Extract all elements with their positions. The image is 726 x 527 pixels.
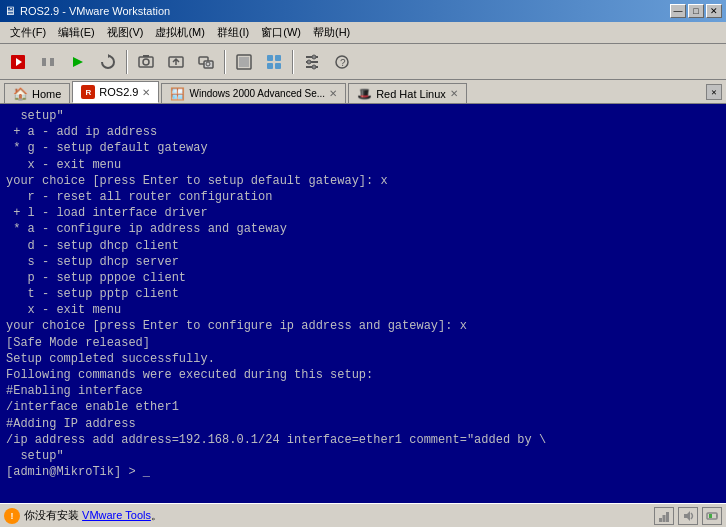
sound-status-icon [678,507,698,525]
maximize-button[interactable]: □ [688,4,704,18]
tab-home[interactable]: 🏠 Home [4,83,70,103]
terminal-line: [admin@MikroTik] > _ [6,464,720,480]
tab-redhat-label: Red Hat Linux [376,88,446,100]
terminal-line: setup" [6,448,720,464]
terminal-line: x - exit menu [6,302,720,318]
svg-point-7 [143,59,149,65]
terminal-area[interactable]: setup" + a - add ip address * g - setup … [0,104,726,503]
svg-text:?: ? [340,58,346,69]
home-icon: 🏠 [13,87,28,101]
terminal-line: /ip address add address=192.168.0.1/24 i… [6,432,720,448]
svg-rect-27 [659,518,662,522]
svg-rect-8 [143,55,149,57]
menu-window[interactable]: 窗口(W) [255,23,307,42]
status-right-icons [654,507,722,525]
svg-marker-30 [684,511,690,521]
menu-edit[interactable]: 编辑(E) [52,23,101,42]
title-bar-left: 🖥 ROS2.9 - VMware Workstation [4,4,170,18]
svg-rect-15 [267,55,273,61]
snapshot-button[interactable] [132,48,160,76]
menu-file[interactable]: 文件(F) [4,23,52,42]
menu-bar: 文件(F) 编辑(E) 视图(V) 虚拟机(M) 群组(I) 窗口(W) 帮助(… [0,22,726,44]
full-screen-button[interactable] [230,48,258,76]
toolbar-separator-2 [224,50,226,74]
network-status-icon [654,507,674,525]
terminal-line: setup" [6,108,720,124]
terminal-line: t - setup pptp client [6,286,720,302]
svg-rect-16 [275,55,281,61]
vmware-tools-link[interactable]: VMware Tools [82,509,151,521]
title-bar: 🖥 ROS2.9 - VMware Workstation — □ ✕ [0,0,726,22]
toolbar-separator-3 [292,50,294,74]
terminal-line: x - exit menu [6,157,720,173]
tab-bar-close-button[interactable]: ✕ [706,84,722,100]
terminal-line: s - setup dhcp server [6,254,720,270]
terminal-line: * a - configure ip address and gateway [6,221,720,237]
ros-icon: R [81,85,95,99]
resume-button[interactable] [64,48,92,76]
svg-rect-2 [42,58,46,66]
rh-icon: 🎩 [357,87,372,101]
status-bar: ! 你没有安装 VMware Tools。 [0,503,726,527]
svg-point-24 [312,65,316,69]
menu-vm[interactable]: 虚拟机(M) [149,23,211,42]
terminal-line: #Enabling interface [6,383,720,399]
tab-redhat-close[interactable]: ✕ [450,88,458,99]
terminal-line: * g - setup default gateway [6,140,720,156]
svg-rect-29 [666,512,669,522]
revert-button[interactable] [162,48,190,76]
svg-rect-18 [275,63,281,69]
title-bar-controls[interactable]: — □ ✕ [670,4,722,18]
close-button[interactable]: ✕ [706,4,722,18]
terminal-line: your choice [press Enter to configure ip… [6,318,720,334]
terminal-line: #Adding IP address [6,416,720,432]
win-icon: 🪟 [170,87,185,101]
svg-marker-4 [73,57,83,67]
preferences-button[interactable] [298,48,326,76]
svg-rect-17 [267,63,273,69]
terminal-line: your choice [press Enter to setup defaul… [6,173,720,189]
tab-bar: 🏠 Home R ROS2.9 ✕ 🪟 Windows 2000 Advance… [0,80,726,104]
help-button[interactable]: ? [328,48,356,76]
menu-help[interactable]: 帮助(H) [307,23,356,42]
tab-home-label: Home [32,88,61,100]
power-on-button[interactable] [4,48,32,76]
minimize-button[interactable]: — [670,4,686,18]
tab-win2k-label: Windows 2000 Advanced Se... [189,88,325,99]
terminal-line: + l - load interface driver [6,205,720,221]
menu-view[interactable]: 视图(V) [101,23,150,42]
reset-button[interactable] [94,48,122,76]
terminal-line: [Safe Mode released] [6,335,720,351]
terminal-line: Setup completed successfully. [6,351,720,367]
title-bar-text: ROS2.9 - VMware Workstation [20,5,170,17]
svg-rect-3 [50,58,54,66]
toolbar-separator-1 [126,50,128,74]
tab-win2k-close[interactable]: ✕ [329,88,337,99]
suspend-button[interactable] [34,48,62,76]
terminal-line: r - reset all router configuration [6,189,720,205]
svg-rect-33 [709,514,712,518]
terminal-line: d - setup dhcp client [6,238,720,254]
svg-rect-28 [663,515,666,522]
snapshot-manager-button[interactable] [192,48,220,76]
tab-win2k[interactable]: 🪟 Windows 2000 Advanced Se... ✕ [161,83,346,103]
svg-rect-32 [716,514,718,517]
svg-rect-14 [239,57,249,67]
svg-point-23 [307,60,311,64]
toolbar: ? [0,44,726,80]
terminal-line: Following commands were executed during … [6,367,720,383]
tab-redhat[interactable]: 🎩 Red Hat Linux ✕ [348,83,467,103]
svg-point-22 [312,55,316,59]
terminal-line: + a - add ip address [6,124,720,140]
tab-ros29-close[interactable]: ✕ [142,87,150,98]
unity-button[interactable] [260,48,288,76]
title-bar-icon: 🖥 [4,4,16,18]
vmware-warning-text: 你没有安装 VMware Tools。 [24,508,162,523]
tab-ros29-label: ROS2.9 [99,86,138,98]
menu-group[interactable]: 群组(I) [211,23,255,42]
power-status-icon [702,507,722,525]
tab-ros29[interactable]: R ROS2.9 ✕ [72,81,159,103]
terminal-line: p - setup pppoe client [6,270,720,286]
terminal-line: /interface enable ether1 [6,399,720,415]
vmware-warning-icon: ! [4,508,20,524]
